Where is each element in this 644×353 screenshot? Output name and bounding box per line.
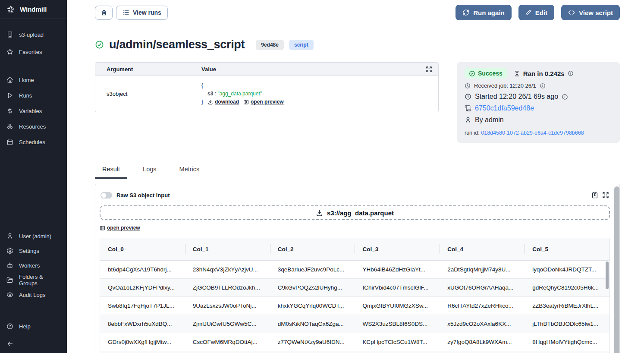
sidebar-item-schedules[interactable]: Schedules xyxy=(0,134,67,150)
open-preview-link[interactable]: open preview xyxy=(243,98,284,106)
table-cell: YHb64iB46ZdHzGlaYt... xyxy=(355,261,440,279)
home-icon xyxy=(6,76,13,83)
table-cell: bt6dp4CgXsA19T6hdrj... xyxy=(100,261,185,279)
sidebar-item-label: Runs xyxy=(19,92,32,99)
info-icon[interactable] xyxy=(540,83,546,89)
status-badge: Success xyxy=(465,68,507,79)
toolbar: View runs Run again Edit View script xyxy=(95,5,620,20)
table-cell: ZjGCOB9TLLROdzoJkh... xyxy=(185,279,270,297)
json-close-brace: } xyxy=(201,98,203,106)
s3-file-name: s3://agg_data.parquet xyxy=(327,209,394,217)
expand-result-icon[interactable] xyxy=(602,192,609,199)
trash-icon xyxy=(101,9,107,16)
copy-result-icon[interactable] xyxy=(591,192,598,199)
sidebar-item-label: Variables xyxy=(19,108,42,114)
info-icon[interactable] xyxy=(562,94,568,100)
job-hash-link[interactable]: 6750c1dfa59ed48e xyxy=(475,104,534,112)
argument-value: { s3 : "agg_data.parquet" } download xyxy=(201,82,438,106)
sidebar-item-workers[interactable]: Workers xyxy=(0,258,67,273)
table-cell: 23hN4qxV3jZkYyAzjvU... xyxy=(185,261,270,279)
panel-open-icon xyxy=(243,99,249,105)
sidebar-item-label: s3-upload xyxy=(19,32,44,38)
open-preview-link[interactable]: open preview xyxy=(100,225,140,231)
table-cell: ZjmlJUiGwfU5GWw5C... xyxy=(185,315,270,333)
tab-logs[interactable]: Logs xyxy=(135,166,163,179)
download-link[interactable]: download xyxy=(207,98,239,106)
sidebar-item-label: Help xyxy=(19,323,31,330)
table-cell: 8ebbFxWDxrh5uXdBQ... xyxy=(100,315,185,333)
sidebar-item-settings[interactable]: Settings xyxy=(0,243,67,258)
collapse-sidebar-icon[interactable] xyxy=(6,340,14,347)
result-table-header-row: Col_0Col_1Col_2Col_3Col_4Col_5 xyxy=(100,238,609,261)
brand-label: Windmill xyxy=(20,6,47,13)
refresh-icon xyxy=(462,9,469,16)
s3-file-download-bar[interactable]: s3://agg_data.parquet xyxy=(100,205,610,220)
sidebar-item-variables[interactable]: Variables xyxy=(0,103,67,119)
sidebar-item-folders-groups[interactable]: Folders & Groups xyxy=(0,273,67,287)
expand-args-icon[interactable] xyxy=(426,66,438,72)
download-icon xyxy=(207,99,213,105)
table-cell: Swb8Iq17FqHjoT7P1JL... xyxy=(100,297,185,315)
result-table-body: bt6dp4CgXsA19T6hdrj...23hN4qxV3jZkYyAzjv… xyxy=(100,261,609,353)
hourglass-icon xyxy=(514,70,520,77)
column-header: Col_3 xyxy=(355,238,440,261)
tab-result[interactable]: Result xyxy=(95,166,127,179)
edit-label: Edit xyxy=(535,9,547,16)
table-scrollbar-thumb[interactable] xyxy=(606,262,609,289)
sidebar-item-label: Settings xyxy=(19,248,39,254)
sidebar-item-audit-logs[interactable]: Audit Logs xyxy=(0,287,67,302)
run-id-label: run id: xyxy=(465,130,480,136)
windmill-logo-icon xyxy=(6,5,16,14)
table-cell: xUGOt76ORGrAAHaqa... xyxy=(440,279,525,297)
column-header: Col_4 xyxy=(440,238,525,261)
edit-button[interactable]: Edit xyxy=(518,5,554,20)
run-duration: Ran in 0.242s xyxy=(523,70,565,77)
sidebar-item-favorites[interactable]: Favorites xyxy=(0,43,67,60)
table-cell: QvOa1oLzKFjYDFPdlxy... xyxy=(100,279,185,297)
run-again-label: Run again xyxy=(473,9,505,16)
json-key: s3 xyxy=(207,91,213,97)
sidebar-item-runs[interactable]: Runs xyxy=(0,88,67,103)
table-row: bt6dp4CgXsA19T6hdrj...23hN4qxV3jZkYyAzjv… xyxy=(100,261,609,279)
argument-row: s3object { s3 : "agg_data.parquet" } xyxy=(95,76,438,112)
argument-name: s3object xyxy=(107,91,201,97)
table-cell: QmjxGfBYUI0MGzXSw... xyxy=(355,297,440,315)
info-icon[interactable] xyxy=(568,70,574,76)
raw-s3-toggle[interactable] xyxy=(101,192,112,199)
sidebar-item-label: Folders & Groups xyxy=(19,274,60,287)
table-cell xyxy=(525,351,609,353)
tab-metrics[interactable]: Metrics xyxy=(172,166,207,179)
run-id-link[interactable]: 018d4580-1072-ab29-e6a4-c1de9798b668 xyxy=(481,130,584,136)
sidebar-item-label: User (admin) xyxy=(19,233,51,240)
sidebar-item-label: Audit Logs xyxy=(19,292,45,298)
sidebar-item-user[interactable]: User (admin) xyxy=(0,229,67,243)
run-author: By admin xyxy=(475,116,504,124)
raw-s3-toggle-label: Raw S3 object input xyxy=(116,192,170,199)
view-script-button[interactable]: View script xyxy=(561,5,620,20)
sidebar-item-help[interactable]: Help xyxy=(0,318,67,334)
table-cell: 2aDtSgtIqMnjjM74y8U... xyxy=(440,261,525,279)
sidebar-item-workspace[interactable]: s3-upload xyxy=(0,26,67,43)
run-again-button[interactable]: Run again xyxy=(456,5,512,20)
result-panel-scrollbar[interactable] xyxy=(614,185,619,353)
deployed-check-icon xyxy=(95,40,104,49)
workspace-brand[interactable]: Windmill xyxy=(0,0,67,19)
table-row: GDrs0j8wXXgfHgjjMtw...CscOFwM6MRqDOttAj.… xyxy=(100,333,609,351)
view-runs-label: View runs xyxy=(133,9,161,16)
delete-button[interactable] xyxy=(95,6,113,20)
result-panel: Raw S3 object input s3://agg_data.parque… xyxy=(95,184,620,353)
sidebar-item-resources[interactable]: Resources xyxy=(0,119,67,134)
sidebar-item-home[interactable]: Home xyxy=(0,72,67,88)
table-cell xyxy=(185,351,270,353)
code-icon xyxy=(568,9,575,16)
sidebar-item-label: Resources xyxy=(19,123,46,130)
result-panel-scrollbar-thumb[interactable] xyxy=(614,186,619,353)
view-runs-button[interactable]: View runs xyxy=(116,6,168,20)
table-cell xyxy=(100,351,185,353)
table-cell: 3qeBarlueJF2uvc9PoLc... xyxy=(270,261,355,279)
check-circle-icon xyxy=(469,70,475,77)
play-icon xyxy=(6,92,13,99)
table-cell: zZB3eatyrRiBMEJrXlhL... xyxy=(525,297,609,315)
building-icon xyxy=(6,31,13,38)
result-tabs: Result Logs Metrics xyxy=(95,166,620,179)
